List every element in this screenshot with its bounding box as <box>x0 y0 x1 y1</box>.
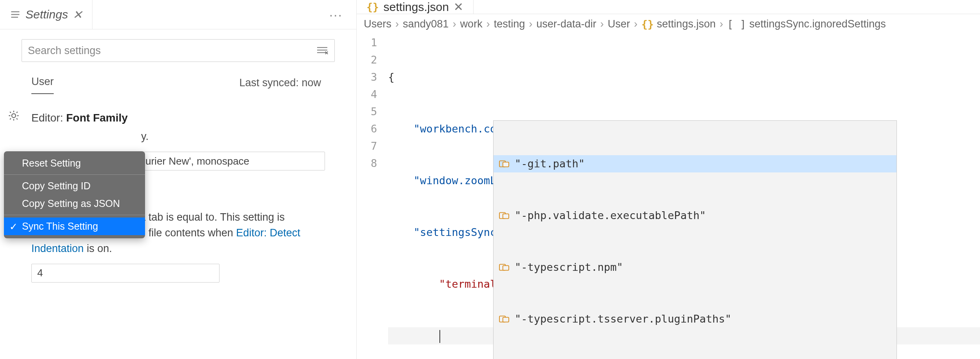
line-number: 6 <box>357 120 377 138</box>
line-number: 4 <box>357 86 377 103</box>
crumb[interactable]: testing <box>494 18 525 30</box>
chevron-right-icon: › <box>528 18 533 30</box>
crumb[interactable]: user-data-dir <box>536 18 596 30</box>
search-placeholder: Search settings <box>28 45 101 57</box>
chevron-right-icon: › <box>599 18 604 30</box>
clear-search-icon[interactable] <box>316 45 328 56</box>
last-synced-label: Last synced: now <box>239 77 321 89</box>
code-editor[interactable]: 1 2 3 4 5 6 7 8 { "workbench.colorTheme"… <box>357 34 980 359</box>
menu-copy-setting-json[interactable]: Copy Setting as JSON <box>4 195 145 212</box>
suggest-item[interactable]: "-typescript.npm" <box>494 259 897 276</box>
crumb-key[interactable]: settingsSync.ignoredSettings <box>749 18 886 30</box>
svg-rect-3 <box>503 214 509 219</box>
text-cursor <box>439 330 440 343</box>
setting-context-menu: Reset Setting Copy Setting ID Copy Setti… <box>4 151 145 238</box>
svg-rect-1 <box>503 162 509 167</box>
editor-pane: {} settings.json ✕ Users› sandy081› work… <box>357 0 980 359</box>
suggest-label: "-typescript.tsserver.pluginPaths" <box>515 310 731 328</box>
settings-pane: Settings ✕ ··· Search settings User Last… <box>0 0 357 359</box>
line-number-gutter: 1 2 3 4 5 6 7 8 <box>357 34 388 359</box>
property-icon <box>499 160 509 168</box>
suggest-widget: "-git.path" "-php.validate.executablePat… <box>493 120 897 359</box>
setting-desc: y. <box>31 129 325 145</box>
chevron-right-icon: › <box>486 18 491 30</box>
chevron-right-icon: › <box>633 18 638 30</box>
crumb[interactable]: User <box>608 18 630 30</box>
array-icon: [ ] <box>727 18 746 30</box>
menu-reset-setting[interactable]: Reset Setting <box>4 154 145 172</box>
json-file-icon: {} <box>367 1 379 13</box>
chevron-right-icon: › <box>719 18 724 30</box>
tab-bar-left: Settings ✕ ··· <box>0 0 356 29</box>
suggest-label: "-typescript.npm" <box>515 259 623 276</box>
font-family-value: urier New', monospace <box>145 154 249 169</box>
suggest-item[interactable]: "-typescript.tsserver.pluginPaths" <box>494 310 897 328</box>
suggest-label: "-git.path" <box>515 155 585 172</box>
tab-settings[interactable]: Settings ✕ <box>0 0 93 29</box>
chevron-right-icon: › <box>395 18 400 30</box>
scope-row: User Last synced: now <box>0 68 356 94</box>
line-number: 8 <box>357 155 377 172</box>
settings-hamburger-icon <box>10 9 21 20</box>
crumb[interactable]: Users <box>364 18 392 30</box>
code-content[interactable]: { "workbench.colorTheme": "GitHub Light"… <box>388 34 980 359</box>
line-number: 1 <box>357 34 377 51</box>
crumb[interactable]: work <box>460 18 483 30</box>
tab-settings-json[interactable]: {} settings.json ✕ <box>357 0 474 14</box>
search-container: Search settings <box>0 29 356 68</box>
suggest-item[interactable]: "-php.validate.executablePath" <box>494 207 897 224</box>
tab-bar-right: {} settings.json ✕ <box>357 0 980 14</box>
suggest-item[interactable]: "-git.path" <box>494 155 897 172</box>
crumb[interactable]: sandy081 <box>403 18 449 30</box>
suggest-label: "-php.validate.executablePath" <box>515 207 706 224</box>
json-file-icon: {} <box>641 18 653 30</box>
search-input[interactable]: Search settings <box>22 39 335 62</box>
crumb-file[interactable]: settings.json <box>657 18 716 30</box>
close-icon[interactable]: ✕ <box>73 8 82 22</box>
property-icon <box>499 211 509 220</box>
close-icon[interactable]: ✕ <box>454 0 463 14</box>
menu-separator <box>4 174 145 175</box>
scope-tabs: User <box>31 72 54 94</box>
menu-sync-label: Sync This Setting <box>22 221 98 232</box>
line-number: 2 <box>357 51 377 69</box>
menu-sync-this-setting[interactable]: ✓ Sync This Setting <box>4 218 145 235</box>
tab-json-label: settings.json <box>383 0 449 14</box>
svg-rect-7 <box>503 317 509 322</box>
property-icon <box>499 263 509 272</box>
scope-tab-user[interactable]: User <box>31 72 54 94</box>
property-icon <box>499 315 509 323</box>
chevron-right-icon: › <box>452 18 457 30</box>
breadcrumb[interactable]: Users› sandy081› work› testing› user-dat… <box>357 14 980 34</box>
line-number: 7 <box>357 138 377 155</box>
svg-rect-5 <box>503 266 509 270</box>
setting-title: Editor: Font Family <box>31 110 325 126</box>
menu-copy-setting-id[interactable]: Copy Setting ID <box>4 177 145 195</box>
line-number: 3 <box>357 69 377 86</box>
line-number: 5 <box>357 103 377 120</box>
checkmark-icon: ✓ <box>9 221 18 232</box>
setting-name: Font Family <box>66 112 128 124</box>
tab-size-input[interactable]: 4 <box>31 264 220 283</box>
tab-settings-label: Settings <box>25 8 68 21</box>
setting-prefix: Editor: <box>31 112 63 124</box>
menu-separator <box>4 215 145 215</box>
tab-size-value: 4 <box>37 265 43 280</box>
more-actions-button[interactable]: ··· <box>329 7 343 22</box>
